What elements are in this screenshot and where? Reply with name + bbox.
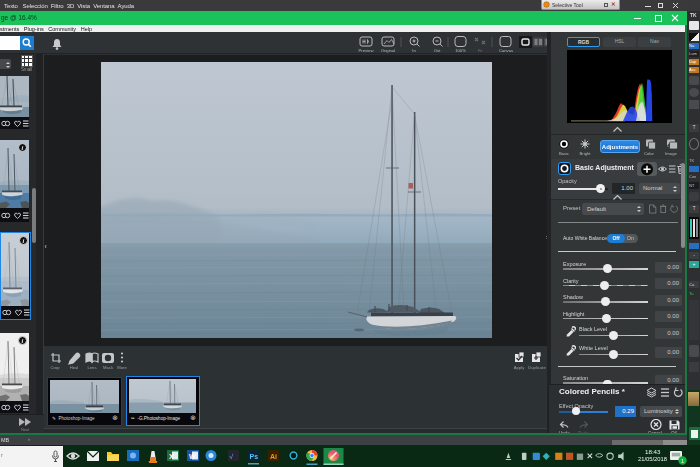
svg-text:Basic: Basic (559, 151, 569, 156)
svg-text:Apply: Apply (514, 365, 525, 370)
svg-text:Ai: Ai (270, 453, 277, 460)
svg-text:W: W (189, 453, 196, 460)
svg-text:In: In (412, 48, 416, 53)
svg-text:Original: Original (381, 48, 395, 53)
svg-text:100%: 100% (455, 48, 466, 53)
svg-text:Canvas: Canvas (499, 48, 513, 53)
svg-text:Mask: Mask (103, 365, 114, 370)
svg-text:Heal: Heal (70, 365, 79, 370)
svg-text:Preview: Preview (359, 48, 375, 53)
svg-text:Duplicate: Duplicate (528, 365, 546, 370)
svg-text:Image: Image (665, 151, 677, 156)
svg-text:X: X (169, 453, 174, 460)
svg-text:√: √ (230, 453, 234, 460)
svg-text:Crop: Crop (50, 365, 60, 370)
svg-text:Ps: Ps (250, 453, 259, 460)
svg-text:Lens: Lens (87, 365, 96, 370)
svg-text:Out: Out (434, 48, 442, 53)
svg-text:Fit: Fit (478, 48, 483, 53)
svg-text:More: More (117, 365, 127, 370)
svg-text:Bright: Bright (580, 151, 592, 156)
svg-text:1: 1 (681, 458, 684, 464)
svg-text:Color: Color (644, 151, 655, 156)
